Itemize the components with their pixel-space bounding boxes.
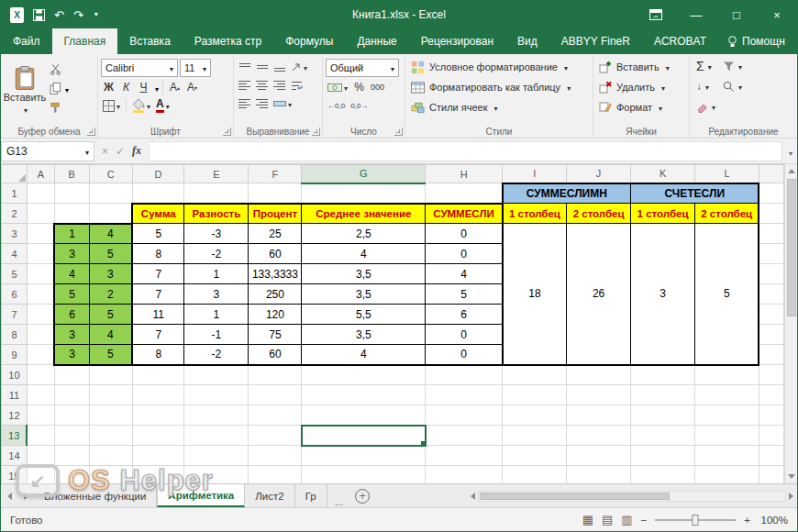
tab-data[interactable]: Данные [345,28,408,54]
cell-C13[interactable] [89,426,132,446]
cell-F8[interactable]: 75 [249,325,302,345]
ribbon-display-options-button[interactable] [636,1,676,28]
format-painter-button[interactable] [50,99,69,116]
cell-A8[interactable] [27,325,54,345]
cell-F1[interactable] [249,183,302,204]
cell-A4[interactable] [27,244,54,264]
cell-C12[interactable] [89,405,132,426]
delete-cells-button[interactable]: Удалить [599,77,686,97]
cell-I2[interactable]: 1 столбец [503,204,567,224]
decrease-indent-button[interactable] [237,95,252,112]
align-left-button[interactable] [237,77,252,94]
cell-G11[interactable] [302,385,426,405]
column-header-F[interactable]: F [249,165,302,183]
tell-me-box[interactable]: Помощн [718,28,794,54]
vertical-scrollbar[interactable] [784,164,797,483]
cell-H3[interactable]: 0 [426,224,503,244]
cell-I3[interactable]: 18 [503,224,567,365]
cell-B6[interactable]: 5 [54,284,89,305]
cell-L10[interactable] [695,365,759,385]
row-header-6[interactable]: 6 [2,284,28,305]
sheet-nav-left-button[interactable] [1,484,17,507]
column-header-E[interactable]: E [184,165,249,183]
cell-K12[interactable] [631,405,695,426]
column-header-C[interactable]: C [89,165,132,183]
sheet-container[interactable]: ABCDEFGHIJKL1СУММЕСЛИМНСЧЕТЕСЛИ2СуммаРаз… [1,164,784,483]
cell-D1[interactable] [132,183,184,204]
cell-H4[interactable]: 0 [426,244,503,264]
cell-A9[interactable] [27,345,54,365]
cell-C7[interactable]: 5 [89,305,132,325]
cell-J14[interactable] [567,446,631,466]
tab-view[interactable]: Вид [505,28,549,54]
cell-C15[interactable] [89,466,132,484]
cell-I11[interactable] [503,385,567,405]
zoom-in-button[interactable]: + [744,515,750,526]
cell-I12[interactable] [503,405,567,426]
tab-formulas[interactable]: Формулы [273,28,345,54]
sheet-tab-vlozhennye-funkcii[interactable]: Вложенные функции [34,484,157,507]
decrease-font-button[interactable]: А▾ [184,79,200,95]
wrap-text-button[interactable] [289,77,305,94]
column-header-G[interactable]: G [302,165,426,183]
cell-C14[interactable] [89,446,132,466]
tab-acrobat[interactable]: ACROBAT [642,28,718,54]
page-layout-view-button[interactable]: ▤ [602,513,613,526]
column-header-H[interactable]: H [426,165,503,183]
cell-B1[interactable] [54,183,89,204]
cell-C8[interactable]: 4 [89,325,132,345]
cell-E15[interactable] [184,466,249,484]
cell-H5[interactable]: 4 [426,264,503,284]
paste-button[interactable]: Вставить [4,57,46,123]
tab-page-layout[interactable]: Разметка стр [183,28,273,54]
increase-decimal-button[interactable]: ←0,0 [326,97,347,114]
cell-C9[interactable]: 5 [89,345,132,365]
fill-button[interactable]: ↓ [696,77,715,95]
cell-J10[interactable] [567,365,631,385]
row-header-8[interactable]: 8 [2,325,28,345]
cell-H1[interactable] [426,183,503,204]
cell-B3[interactable]: 1 [54,224,89,244]
cell-K11[interactable] [631,385,695,405]
cell-B5[interactable]: 4 [54,264,89,284]
sheet-tabs-overflow[interactable]: ... [327,484,351,507]
cell-C6[interactable]: 2 [89,284,132,305]
font-name-combo[interactable]: Calibri [101,59,178,77]
column-header-B[interactable]: B [54,165,89,183]
save-button[interactable] [33,9,45,21]
format-cells-button[interactable]: Формат [599,97,686,117]
cell-C4[interactable]: 5 [89,244,132,264]
row-header-1[interactable]: 1 [2,183,28,204]
percent-style-button[interactable]: % [351,79,367,95]
autosum-button[interactable]: Σ [696,57,715,75]
cell-E5[interactable]: 1 [184,264,249,284]
underline-dropdown[interactable] [153,79,159,95]
cell-G6[interactable]: 3,5 [302,284,426,305]
cell-F9[interactable]: 60 [249,345,302,365]
italic-button[interactable]: К [118,79,134,95]
cell-E4[interactable]: -2 [184,244,249,264]
cell-D6[interactable]: 7 [132,284,184,305]
zoom-level[interactable]: 100% [759,515,788,526]
scroll-right-icon[interactable] [789,493,793,500]
row-header-2[interactable]: 2 [2,204,28,224]
sign-in-button[interactable]: Вход [794,28,798,54]
cell-A13[interactable] [27,426,54,446]
zoom-slider[interactable] [655,519,736,521]
cell-E7[interactable]: 1 [184,305,249,325]
cancel-button[interactable]: × [102,145,108,158]
sheet-nav-right-button[interactable] [17,484,34,507]
cell-F6[interactable]: 250 [249,284,302,305]
cell-B14[interactable] [54,446,89,466]
cell-G9[interactable]: 4 [302,345,426,365]
horizontal-scrollbar-track[interactable] [478,491,786,502]
column-header-A[interactable]: A [27,165,54,183]
cell-F15[interactable] [249,466,302,484]
cell-J2[interactable]: 2 столбец [567,204,631,224]
page-break-view-button[interactable]: ▥ [621,513,632,526]
cell-G3[interactable]: 2,5 [302,224,426,244]
cell-A7[interactable] [27,305,54,325]
column-header-D[interactable]: D [132,165,184,183]
cell-F2[interactable]: Процент [249,204,302,224]
fill-color-button[interactable] [130,97,152,114]
